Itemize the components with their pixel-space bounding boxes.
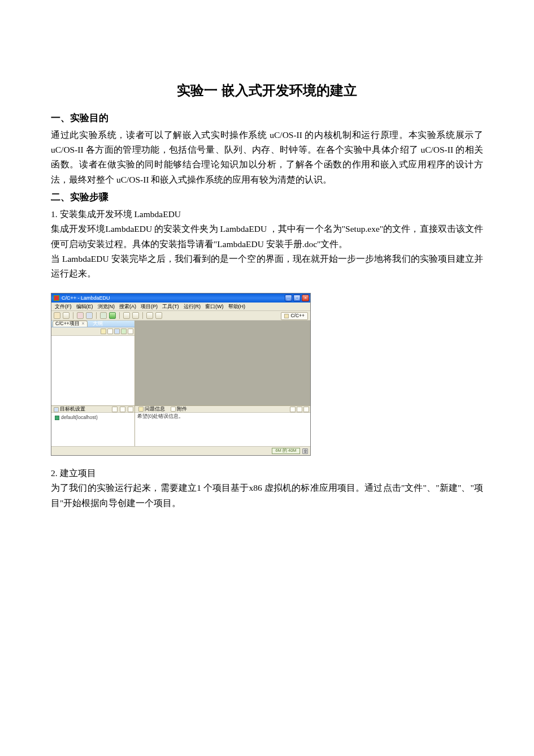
menu-browse[interactable]: 浏览(N)	[98, 304, 115, 309]
title-bar: C/C++ - LambdaEDU _ ▢ ×	[51, 293, 310, 303]
tab-label: C/C++项目	[55, 321, 80, 327]
debug-config-icon[interactable]	[86, 312, 93, 319]
tab-label: 附件	[177, 407, 187, 412]
gc-icon[interactable]: 🗑	[302, 448, 308, 454]
section1-body: 通过此实验系统，读者可以了解嵌入式实时操作系统 uC/OS-II 的内核机制和运…	[51, 128, 483, 187]
attach-icon	[171, 407, 176, 412]
tab-label: 目标机设置	[60, 407, 85, 412]
project-tree-empty	[51, 336, 134, 405]
window-title: C/C++ - LambdaEDU	[62, 295, 284, 301]
menu-window[interactable]: 窗口(W)	[205, 304, 224, 309]
target-view-tabs: 目标机设置	[51, 406, 134, 413]
problems-empty	[135, 421, 310, 446]
open-type-icon[interactable]	[123, 312, 130, 319]
tab-label: 大纲	[93, 321, 103, 327]
step2-heading: 2. 建立项目	[51, 466, 483, 481]
problems-summary: 希望(0)处错误信息。	[135, 413, 310, 421]
nav-fwd-icon[interactable]	[155, 312, 162, 319]
left-column: C/C++项目 × 大纲	[51, 321, 135, 446]
tab-label: 问题信息	[145, 407, 165, 412]
app-icon	[54, 295, 59, 301]
target-list: default(localhost)	[51, 413, 134, 446]
nav-back-icon[interactable]	[146, 312, 153, 319]
tab-cpp-projects[interactable]: C/C++项目 ×	[53, 321, 88, 327]
tab-attachments[interactable]: 附件	[170, 407, 188, 412]
project-view-tabs: C/C++项目 × 大纲	[51, 321, 134, 327]
right-column: 问题信息 附件 希望(0)处错误信息。	[135, 321, 310, 446]
step1-heading: 1. 安装集成开发环境 LambdaEDU	[51, 207, 483, 222]
menu-run[interactable]: 运行(R)	[184, 304, 201, 309]
document-title: 实验一 嵌入式开发环境的建立	[51, 79, 483, 102]
tab-target-config[interactable]: 目标机设置	[53, 407, 86, 412]
list-item[interactable]: default(localhost)	[55, 415, 131, 421]
menu-project[interactable]: 项目(P)	[141, 304, 158, 309]
heap-status: 6M 的 40M	[272, 448, 300, 454]
menu-bar: 文件(F) 编辑(E) 浏览(N) 搜索(A) 项目(P) 工具(T) 运行(R…	[51, 303, 310, 311]
step2-para1: 为了我们的实验运行起来，需要建立1 个项目基于x86 虚拟机的标准应用项目。通过…	[51, 481, 483, 511]
menu-edit[interactable]: 编辑(E)	[76, 304, 93, 309]
edit-target-icon[interactable]	[128, 407, 133, 412]
tab-problems[interactable]: 问题信息	[137, 407, 166, 412]
menu-help[interactable]: 帮助(H)	[228, 304, 246, 309]
close-button[interactable]: ×	[302, 295, 309, 301]
problems-icon	[138, 407, 144, 412]
add-target-icon[interactable]	[112, 407, 118, 412]
menu-search[interactable]: 搜索(A)	[119, 304, 136, 309]
panel-menu-icon[interactable]	[290, 407, 296, 412]
problems-panel: 问题信息 附件 希望(0)处错误信息。	[135, 405, 310, 446]
menu-icon[interactable]	[121, 329, 127, 334]
panel-min-icon[interactable]	[297, 407, 302, 412]
separator-icon	[119, 312, 120, 319]
host-icon	[55, 416, 59, 420]
tab-outline[interactable]: 大纲	[90, 321, 106, 327]
panel-max-icon[interactable]	[303, 407, 309, 412]
step1-para1: 集成开发环境LambdaEDU 的安装文件夹为 LambdaEDU ，其中有一个…	[51, 222, 483, 252]
separator-icon	[96, 312, 97, 319]
problems-tabs: 问题信息 附件	[135, 406, 310, 413]
section2-heading: 二、实验步骤	[51, 189, 483, 206]
target-label: default(localhost)	[61, 415, 98, 421]
project-view-toolbar	[51, 327, 134, 336]
debug-icon[interactable]	[100, 312, 107, 319]
separator-icon	[142, 312, 143, 319]
minimize-button[interactable]: _	[285, 295, 292, 301]
maximize-button[interactable]: ▢	[293, 295, 301, 301]
save-icon[interactable]	[63, 312, 70, 319]
target-icon	[54, 407, 59, 412]
link-editor-icon[interactable]	[107, 329, 113, 334]
separator-icon	[73, 312, 73, 319]
minimize-view-icon[interactable]	[128, 329, 133, 334]
run-icon[interactable]	[109, 312, 116, 319]
ide-body: C/C++项目 × 大纲	[51, 321, 310, 446]
remove-target-icon[interactable]	[120, 407, 125, 412]
ide-window: C/C++ - LambdaEDU _ ▢ × 文件(F) 编辑(E) 浏览(N…	[51, 293, 311, 456]
perspective-icon	[284, 314, 289, 318]
filter-icon[interactable]	[114, 329, 120, 334]
menu-tools[interactable]: 工具(T)	[162, 304, 179, 309]
perspective-switcher[interactable]: C/C++	[281, 312, 308, 320]
target-view: 目标机设置 default(localhost)	[51, 405, 134, 446]
toolbar-1: C/C++	[51, 311, 310, 321]
status-bar: 6M 的 40M 🗑	[51, 446, 310, 455]
new-icon[interactable]	[54, 312, 60, 319]
perspective-label: C/C++	[290, 313, 305, 319]
build-icon[interactable]	[77, 312, 84, 319]
menu-file[interactable]: 文件(F)	[55, 304, 72, 309]
editor-area	[135, 321, 310, 405]
section1-heading: 一、实验目的	[51, 110, 483, 127]
project-view: C/C++项目 × 大纲	[51, 321, 134, 405]
collapse-icon[interactable]	[101, 329, 106, 334]
step1-para2: 当 LambdaEDU 安装完毕之后，我们看到的是一个空的界面，现在就开始一步一…	[51, 252, 483, 282]
search-icon[interactable]	[132, 312, 139, 319]
close-tab-icon[interactable]: ×	[82, 321, 85, 327]
